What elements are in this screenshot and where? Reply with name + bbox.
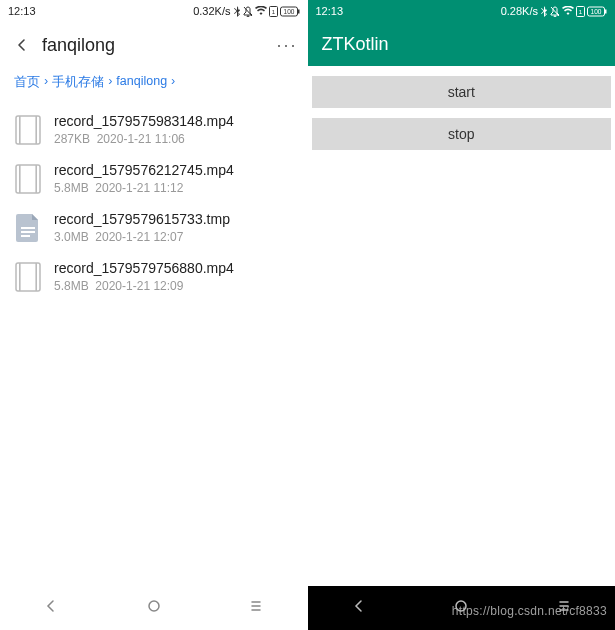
status-bar: 12:13 0.32K/s 1 100 — [0, 0, 308, 22]
svg-rect-17 — [35, 263, 37, 291]
svg-rect-23 — [605, 9, 607, 13]
file-info: record_1579579615733.tmp3.0MB 2020-1-21 … — [54, 211, 230, 244]
file-manager-header: fanqilong ··· — [0, 22, 308, 68]
svg-point-25 — [456, 601, 466, 611]
breadcrumb-item[interactable]: 首页 — [14, 74, 40, 91]
file-row[interactable]: record_1579576212745.mp45.8MB 2020-1-21 … — [0, 154, 308, 203]
battery-icon: 100 — [280, 6, 300, 17]
back-button[interactable] — [10, 38, 34, 52]
file-meta: 5.8MB 2020-1-21 11:12 — [54, 181, 234, 195]
status-netspeed: 0.32K/s — [193, 5, 230, 17]
bluetooth-icon — [233, 6, 241, 17]
svg-rect-8 — [35, 116, 37, 144]
battery-icon: 100 — [587, 6, 607, 17]
mute-icon — [243, 6, 253, 17]
file-info: record_1579575983148.mp4287KB 2020-1-21 … — [54, 113, 234, 146]
file-row[interactable]: record_1579579615733.tmp3.0MB 2020-1-21 … — [0, 203, 308, 252]
file-info: record_1579576212745.mp45.8MB 2020-1-21 … — [54, 162, 234, 195]
more-button[interactable]: ··· — [276, 35, 297, 56]
svg-rect-14 — [21, 235, 30, 237]
nav-back-icon[interactable] — [351, 598, 367, 618]
file-name: record_1579579756880.mp4 — [54, 260, 234, 276]
chevron-right-icon: › — [108, 74, 112, 91]
video-file-icon — [14, 163, 42, 195]
chevron-right-icon: › — [44, 74, 48, 91]
nav-recents-icon[interactable] — [248, 598, 264, 618]
bluetooth-icon — [540, 6, 548, 17]
sim-icon: 1 — [269, 6, 278, 17]
system-nav-bar — [0, 586, 308, 630]
wifi-icon — [562, 6, 574, 16]
file-row[interactable]: record_1579575983148.mp4287KB 2020-1-21 … — [0, 105, 308, 154]
start-button[interactable]: start — [312, 76, 612, 108]
video-file-icon — [14, 114, 42, 146]
nav-home-icon[interactable] — [146, 598, 162, 618]
file-name: record_1579579615733.tmp — [54, 211, 230, 227]
file-info: record_1579579756880.mp45.8MB 2020-1-21 … — [54, 260, 234, 293]
nav-back-icon[interactable] — [43, 598, 59, 618]
sim-icon: 1 — [576, 6, 585, 17]
file-icon — [14, 212, 42, 244]
file-row[interactable]: record_1579579756880.mp45.8MB 2020-1-21 … — [0, 252, 308, 301]
svg-point-18 — [149, 601, 159, 611]
file-meta: 287KB 2020-1-21 11:06 — [54, 132, 234, 146]
stop-button[interactable]: stop — [312, 118, 612, 150]
mute-icon — [550, 6, 560, 17]
svg-rect-11 — [35, 165, 37, 193]
file-name: record_1579575983148.mp4 — [54, 113, 234, 129]
breadcrumb: 首页 › 手机存储 › fanqilong › — [0, 68, 308, 105]
breadcrumb-item[interactable]: 手机存储 — [52, 74, 104, 91]
button-column: start stop — [308, 66, 616, 160]
app-title-bar: ZTKotlin — [308, 22, 616, 66]
svg-text:100: 100 — [591, 8, 602, 15]
file-meta: 3.0MB 2020-1-21 12:07 — [54, 230, 230, 244]
svg-rect-4 — [298, 9, 300, 13]
status-time: 12:13 — [8, 5, 36, 17]
nav-home-icon[interactable] — [453, 598, 469, 618]
breadcrumb-item[interactable]: fanqilong — [116, 74, 167, 91]
video-file-icon — [14, 261, 42, 293]
page-title: fanqilong — [42, 35, 276, 56]
svg-rect-10 — [19, 165, 21, 193]
app-title: ZTKotlin — [322, 34, 389, 55]
svg-rect-16 — [19, 263, 21, 291]
wifi-icon — [255, 6, 267, 16]
file-list: record_1579575983148.mp4287KB 2020-1-21 … — [0, 105, 308, 586]
file-name: record_1579576212745.mp4 — [54, 162, 234, 178]
nav-recents-icon[interactable] — [556, 598, 572, 618]
status-time: 12:13 — [316, 5, 344, 17]
svg-text:1: 1 — [271, 9, 275, 15]
svg-text:1: 1 — [579, 9, 583, 15]
svg-rect-7 — [19, 116, 21, 144]
svg-text:100: 100 — [283, 8, 294, 15]
svg-rect-12 — [21, 227, 35, 229]
status-netspeed: 0.28K/s — [501, 5, 538, 17]
system-nav-bar — [308, 586, 616, 630]
file-meta: 5.8MB 2020-1-21 12:09 — [54, 279, 234, 293]
status-bar: 12:13 0.28K/s 1 100 — [308, 0, 616, 22]
svg-rect-13 — [21, 231, 35, 233]
chevron-right-icon: › — [171, 74, 175, 91]
